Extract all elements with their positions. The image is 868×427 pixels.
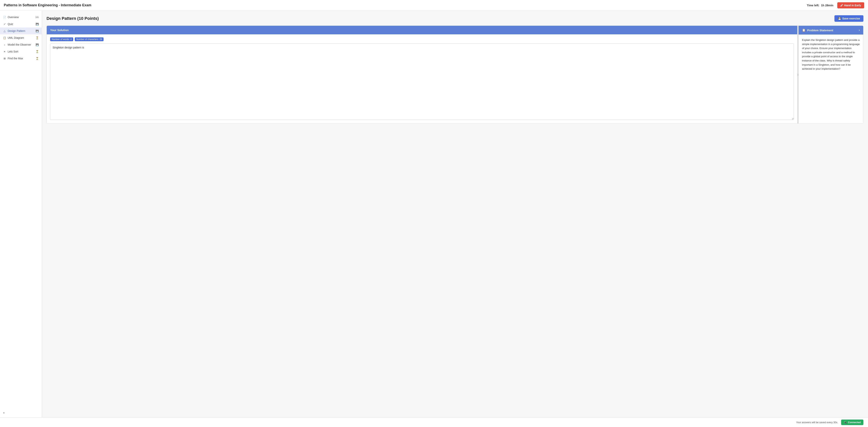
overview-icon: 📄 [3,16,6,19]
find-max-icon: ⊞ [3,57,6,60]
sidebar-item-overview[interactable]: 📄 Overview 3/6 [0,14,42,21]
problem-panel-header: 📋 Problem Statement › [799,26,863,34]
save-label: Save exercise [842,17,860,20]
hand-in-icon: 🖋 [840,4,843,7]
sidebar-label-quiz: Quiz [8,23,13,26]
sidebar-label-find-max: Find the Max [8,57,23,60]
hand-in-button[interactable]: 🖋 Hand in Early [837,2,864,8]
app-header: Patterns in Software Engineering - Inter… [0,0,868,11]
hand-in-label: Hand in Early [844,4,861,7]
problem-panel: 📋 Problem Statement › Explain the Single… [798,26,863,123]
sidebar-label-lets-sort: Lets Sort [8,50,18,53]
sidebar-item-uml-diagram[interactable]: 📋 UML Diagram ⏳ [0,34,42,41]
solution-panel-body: Number of words: 4 Number of characters:… [47,34,797,123]
footer: Your answers will be saved every 30s. 🔌 … [0,418,868,427]
save-exercise-button[interactable]: 💾 Save exercise [834,15,863,22]
lets-sort-badge: ⏳ [36,50,39,53]
time-left-label: Time left: [807,4,819,7]
quiz-badge: 💾 [36,23,39,26]
design-pattern-badge: 💾 [36,30,39,32]
sidebar: 📄 Overview 3/6 ✓ Quiz 💾 △ Design Pattern… [0,11,42,418]
exercise-title: Design Pattern (10 Points) [46,16,99,21]
chevron-right-icon[interactable]: › [859,28,860,32]
exercise-panels: Your Solution Number of words: 4 Number … [46,26,863,124]
sidebar-item-lets-sort[interactable]: ≡ Lets Sort ⏳ [0,48,42,55]
sidebar-label-design-pattern: Design Pattern [8,29,25,32]
main-layout: 📄 Overview 3/6 ✓ Quiz 💾 △ Design Pattern… [0,11,868,418]
problem-statement-text: Explain the Singleton design pattern and… [802,38,860,71]
page-title: Patterns in Software Engineering - Inter… [4,3,91,7]
time-left-display: Time left: 1h 28min [807,4,834,7]
problem-statement-icon: 📋 [802,28,806,32]
lets-sort-icon: ≡ [3,50,6,53]
observer-icon: ↕ [3,43,6,46]
sidebar-item-design-pattern[interactable]: △ Design Pattern 💾 [0,27,42,34]
solution-panel-header: Your Solution [47,26,797,34]
observer-badge: 💾 [36,43,39,46]
sidebar-label-uml: UML Diagram [8,36,24,39]
overview-badge: 3/6 [35,16,39,19]
collapse-icon: « [3,411,5,414]
solution-header-label: Your Solution [50,28,69,32]
autosave-text: Your answers will be saved every 30s. [796,421,838,424]
problem-header-label: Problem Statement [807,29,833,32]
uml-icon: 📋 [3,36,6,39]
char-count-badge: Number of characters: 28 [75,37,103,41]
sidebar-label-observer: Model the Observer [8,43,31,46]
problem-panel-body: Explain the Singleton design pattern and… [799,34,863,75]
content-area: Design Pattern (10 Points) 💾 Save exerci… [42,11,868,418]
find-max-badge: ⏳ [36,57,39,60]
time-left-value: 1h 28min [821,4,834,7]
uml-badge: ⏳ [36,36,39,39]
divider-handle: || [798,74,798,76]
content-header: Design Pattern (10 Points) 💾 Save exerci… [46,15,863,22]
solution-textarea[interactable] [50,44,794,120]
solution-panel: Your Solution Number of words: 4 Number … [47,26,797,123]
sidebar-item-find-the-max[interactable]: ⊞ Find the Max ⏳ [0,55,42,62]
connected-icon: 🔌 [844,421,847,424]
sidebar-label-overview: Overview [8,16,19,19]
sidebar-collapse-button[interactable]: « [3,411,5,415]
design-pattern-icon: △ [3,30,6,32]
sidebar-item-model-the-observer[interactable]: ↕ Model the Observer 💾 [0,41,42,48]
sidebar-item-quiz[interactable]: ✓ Quiz 💾 [0,21,42,27]
word-count-badge: Number of words: 4 [50,37,73,41]
save-icon: 💾 [838,17,841,20]
connected-label: Connected [848,421,861,424]
header-actions: Time left: 1h 28min 🖋 Hand in Early [807,2,864,8]
word-char-badges: Number of words: 4 Number of characters:… [50,37,794,41]
connected-status: 🔌 Connected [841,420,863,425]
quiz-icon: ✓ [3,23,6,26]
